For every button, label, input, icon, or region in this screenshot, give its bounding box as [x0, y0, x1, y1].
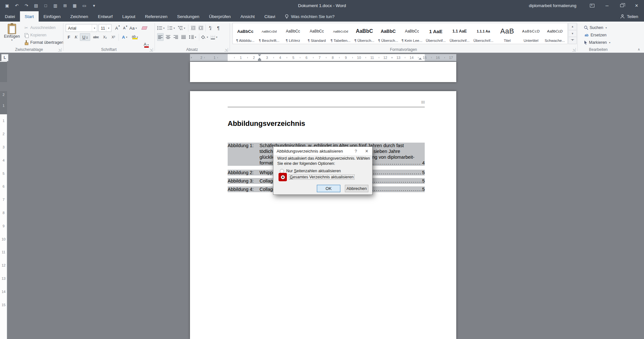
tab-zeichnen[interactable]: Zeichnen — [65, 11, 93, 22]
tab-ueberpruefen[interactable]: Überprüfen — [204, 11, 236, 22]
style-abbildung[interactable]: AaBbCc¶ Abbildu... — [233, 24, 257, 43]
italic-button[interactable]: K — [73, 33, 79, 41]
numbering-button[interactable] — [167, 24, 175, 32]
tab-sendungen[interactable]: Sendungen — [172, 11, 204, 22]
dialog-help-icon[interactable]: ? — [350, 147, 361, 155]
close-icon[interactable]: ✕ — [629, 0, 644, 11]
account-name[interactable]: diplomarbeit formatierung — [529, 3, 576, 8]
bullets-button[interactable] — [157, 24, 165, 32]
grow-font-button[interactable]: A▲ — [113, 24, 120, 32]
paragraph-dialog-launcher[interactable]: ↘ — [224, 48, 228, 52]
paste-dropdown-icon[interactable]: ▾ — [11, 39, 13, 42]
ribbon-display-options-icon[interactable] — [585, 0, 600, 11]
increase-indent-button[interactable] — [198, 24, 204, 32]
radio-icon-selected[interactable] — [281, 175, 285, 179]
align-center-button[interactable] — [165, 33, 171, 41]
font-size-combo[interactable]: 11 ▾ — [99, 24, 111, 32]
clipboard-dialog-launcher[interactable]: ↘ — [58, 48, 62, 52]
decrease-indent-button[interactable] — [190, 24, 196, 32]
font-name-combo[interactable]: Arial ▾ — [66, 24, 97, 32]
tab-datei[interactable]: Datei — [0, 11, 20, 22]
style-ueberschrift-2[interactable]: 1.1 AaEÜberschrif... — [448, 24, 471, 43]
font-name-dropdown-icon[interactable]: ▾ — [92, 24, 97, 32]
new-document-icon[interactable]: □ — [42, 2, 50, 10]
print-preview-icon[interactable]: ▤ — [32, 2, 40, 10]
customize-quick-access-icon[interactable]: ▾ — [90, 2, 98, 10]
tab-start[interactable]: Start — [20, 11, 39, 22]
line-spacing-button[interactable] — [189, 33, 196, 41]
tab-stop-selector[interactable]: L — [1, 54, 8, 61]
cancel-button[interactable]: Abbrechen — [345, 185, 368, 192]
paste-button[interactable]: Einfügen ▾ — [3, 23, 21, 46]
page-1[interactable] — [190, 62, 456, 82]
restore-icon[interactable] — [614, 0, 629, 11]
format-painter-button[interactable]: Format übertragen — [23, 39, 65, 46]
shrink-font-button[interactable]: A▼ — [121, 24, 128, 32]
dialog-title-bar[interactable]: Abbildungsverzeichnis aktualisieren ? ✕ — [273, 147, 372, 155]
show-paragraph-marks-button[interactable]: ¶ — [215, 24, 222, 32]
minimize-icon[interactable]: ─ — [600, 0, 614, 11]
style-kein-leerraum[interactable]: AaBbCc¶ Kein Lee... — [400, 24, 424, 43]
borders-button[interactable] — [211, 33, 217, 41]
option-update-entire-table[interactable]: Gesamtes Verzeichnis aktualisieren — [279, 173, 354, 181]
style-schwache-hervorhebung[interactable]: AaBbCcDSchwache... — [543, 24, 567, 43]
gallery-scroll-up-icon[interactable]: ▲ — [569, 23, 576, 30]
text-effects-button[interactable]: A — [120, 33, 129, 41]
open-icon[interactable]: ▥ — [52, 2, 59, 10]
switch-windows-icon[interactable]: ▭ — [80, 2, 88, 10]
style-titel[interactable]: AaBTitel — [495, 24, 519, 43]
style-ueberschrift-a[interactable]: AaBbC¶ Übersch... — [353, 24, 376, 43]
font-dialog-launcher[interactable]: ↘ — [149, 48, 153, 52]
bold-button[interactable]: F — [66, 33, 72, 41]
style-litverz[interactable]: AaBbCc¶ LitVerz — [281, 24, 305, 43]
page-2[interactable]: III Abbildungsverzeichnis Abbildung 1: S… — [190, 91, 456, 339]
style-untertitel[interactable]: AaBbCcDUntertitel — [519, 24, 543, 43]
option-update-page-numbers[interactable]: Nur Seitenzahlen aktualisieren — [280, 169, 341, 173]
replace-button[interactable]: ab Ersetzen — [583, 32, 607, 39]
gallery-scroll-down-icon[interactable]: ▼ — [569, 30, 576, 37]
font-size-dropdown-icon[interactable]: ▾ — [106, 24, 111, 32]
right-indent-marker[interactable] — [419, 58, 422, 60]
style-ueberschrift-1[interactable]: 1 AaEÜberschrif... — [424, 24, 448, 43]
gallery-more-icon[interactable]: ▾ — [569, 37, 576, 44]
style-standard[interactable]: AaBbCc¶ Standard — [305, 24, 329, 43]
multilevel-list-button[interactable] — [178, 24, 185, 32]
justify-button[interactable] — [180, 33, 187, 41]
shading-button[interactable] — [201, 33, 208, 41]
cut-button[interactable]: ✂ Ausschneiden — [23, 24, 57, 31]
copy-button[interactable]: Kopieren — [23, 32, 47, 39]
style-ueberschrift-3[interactable]: 1.1.1 AaÜberschrif... — [471, 24, 495, 43]
sort-button[interactable]: A↓Z — [207, 24, 214, 32]
first-line-indent-marker[interactable] — [258, 54, 261, 56]
undo-icon[interactable]: ↶ — [13, 2, 21, 10]
style-ueberschrift-b[interactable]: AaBbC¶ Übersch... — [376, 24, 400, 43]
align-right-button[interactable] — [173, 33, 179, 41]
tab-citavi[interactable]: Citavi — [260, 11, 280, 22]
share-button[interactable]: Teilen — [614, 11, 644, 22]
vertical-ruler[interactable]: 2 1 123456789101112131415 — [0, 61, 7, 339]
align-left-button[interactable] — [157, 33, 164, 41]
superscript-button[interactable]: X² — [109, 33, 117, 41]
highlight-color-button[interactable]: ab — [130, 33, 140, 41]
radio-icon-unselected[interactable] — [280, 169, 284, 173]
ok-button[interactable]: OK — [317, 185, 340, 192]
subscript-button[interactable]: X₂ — [101, 33, 109, 41]
left-indent-marker[interactable] — [258, 60, 261, 61]
select-button[interactable]: Markieren — [583, 39, 611, 46]
redo-icon[interactable]: ↷ — [23, 2, 30, 10]
tab-entwurf[interactable]: Entwurf — [93, 11, 118, 22]
draw-table-icon[interactable]: ▦ — [71, 2, 79, 10]
styles-dialog-launcher[interactable]: ↘ — [572, 48, 576, 52]
dialog-close-icon[interactable]: ✕ — [361, 147, 372, 155]
strikethrough-button[interactable]: abc — [91, 33, 100, 41]
change-case-button[interactable]: Aa — [129, 24, 137, 32]
style-beschriftung[interactable]: AaBbCcDd¶ Beschrift... — [257, 24, 281, 43]
horizontal-ruler[interactable]: 3211234567891011121314151617 — [190, 54, 456, 61]
underline-button[interactable]: U — [80, 33, 90, 41]
tab-einfuegen[interactable]: Einfügen — [39, 11, 65, 22]
clear-formatting-button[interactable] — [141, 24, 147, 32]
tab-referenzen[interactable]: Referenzen — [140, 11, 172, 22]
tell-me-search[interactable]: Was möchten Sie tun? — [280, 11, 339, 22]
save-icon[interactable]: ▣ — [3, 2, 11, 10]
tab-ansicht[interactable]: Ansicht — [236, 11, 260, 22]
